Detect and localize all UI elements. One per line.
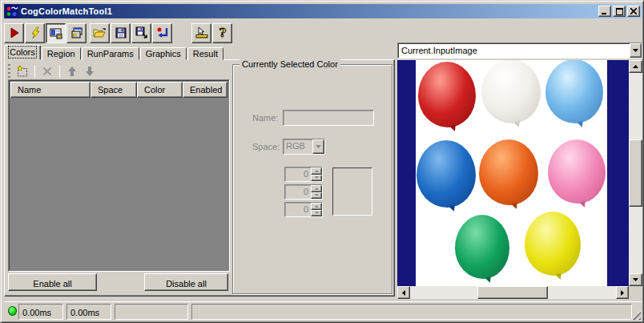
- save-icon: [115, 26, 127, 39]
- status-panel-time-2: 0.00ms: [66, 304, 111, 320]
- reset-button[interactable]: [152, 23, 172, 43]
- channel-0-value: 0: [285, 168, 311, 181]
- status-panel-time-1: 0.00ms: [18, 304, 63, 320]
- scroll-left-button[interactable]: [397, 286, 410, 299]
- space-label: Space:: [252, 142, 280, 151]
- color-list-body[interactable]: [10, 98, 227, 269]
- color-list[interactable]: Name Space Color Enabled: [8, 79, 230, 272]
- move-down-button: [81, 63, 99, 80]
- tab-colors[interactable]: Colors: [4, 45, 41, 60]
- column-header-enabled[interactable]: Enabled: [183, 82, 227, 98]
- run-button[interactable]: [4, 23, 24, 43]
- quick-run-button[interactable]: [25, 23, 45, 43]
- svg-text:?: ?: [219, 26, 226, 39]
- position-pointer-button[interactable]: [191, 23, 211, 43]
- channel-1-value: 0: [285, 185, 311, 199]
- tab-runparams[interactable]: RunParams: [82, 47, 139, 60]
- tab-region[interactable]: Region: [42, 47, 81, 60]
- delete-icon: [42, 67, 52, 76]
- toolbar-separator: [34, 65, 35, 78]
- lightning-icon: [29, 26, 42, 39]
- green-balloon: [455, 215, 509, 279]
- tab-strip: Colors Region RunParams Graphics Result: [6, 45, 224, 60]
- reset-icon: [156, 26, 169, 39]
- save-file-button[interactable]: [111, 23, 131, 43]
- image-viewport[interactable]: [397, 60, 629, 286]
- spin-down-button: [311, 210, 322, 217]
- light-blue-balloon: [545, 60, 603, 123]
- column-header-space[interactable]: Space: [91, 82, 137, 98]
- minimize-icon: [602, 9, 608, 14]
- close-button[interactable]: [627, 6, 640, 17]
- color-list-header: Name Space Color Enabled: [10, 82, 227, 98]
- channel-0-stepper: 0: [284, 167, 323, 182]
- yellow-balloon: [525, 212, 581, 276]
- pointer-ruler-icon: [195, 26, 208, 39]
- toolbar-grip[interactable]: [8, 64, 10, 79]
- vertical-scroll-thumb[interactable]: [629, 139, 642, 207]
- spin-down-button: [311, 192, 322, 200]
- save-image-button[interactable]: [131, 23, 151, 43]
- image-selector-combo[interactable]: Current.InputImage: [397, 42, 642, 59]
- color-list-toolbar: [6, 62, 99, 80]
- spin-up-button: [311, 168, 322, 175]
- help-button[interactable]: ?: [212, 23, 232, 43]
- enable-all-button[interactable]: Enable all: [8, 273, 97, 291]
- new-color-icon: [16, 65, 29, 78]
- vertical-scrollbar[interactable]: [629, 60, 642, 286]
- color-name-input: [283, 110, 374, 126]
- chevron-down-icon: [316, 145, 321, 148]
- horizontal-scroll-thumb[interactable]: [477, 286, 548, 299]
- tab-label: Result: [193, 49, 218, 59]
- maximize-icon: [616, 8, 623, 15]
- spin-down-icon: [315, 212, 319, 214]
- down-arrow-icon: [84, 66, 95, 77]
- scroll-up-icon: [633, 65, 638, 68]
- color-space-value: RGB: [284, 139, 312, 154]
- new-color-button[interactable]: [14, 63, 31, 80]
- scroll-left-icon: [402, 290, 405, 296]
- close-icon: [630, 8, 637, 14]
- channel-2-value: 0: [285, 203, 311, 216]
- title-bar[interactable]: CogColorMatchTool1: [4, 4, 642, 18]
- image-selector-value: Current.InputImage: [398, 43, 630, 58]
- floating-window-icon: [70, 26, 83, 39]
- tab-result[interactable]: Result: [187, 47, 223, 60]
- status-panel-3: [115, 304, 188, 320]
- tab-graphics[interactable]: Graphics: [140, 47, 187, 60]
- open-folder-icon: [93, 26, 107, 39]
- combo-dropdown-button: [312, 139, 324, 154]
- scroll-right-icon: [621, 290, 624, 296]
- spin-up-button: [311, 185, 322, 192]
- colors-tab-page: Name Space Color Enabled Enable all Disa…: [4, 59, 395, 297]
- blue-balloon: [417, 140, 476, 208]
- horizontal-scrollbar[interactable]: [397, 286, 629, 299]
- scroll-right-button[interactable]: [616, 286, 629, 299]
- scroll-down-button[interactable]: [629, 273, 642, 286]
- maximize-button[interactable]: [613, 6, 626, 17]
- column-header-name[interactable]: Name: [10, 82, 91, 98]
- red-balloon: [418, 62, 476, 127]
- image-pane-icon: [50, 26, 62, 39]
- color-swatch: [332, 168, 372, 216]
- column-header-color[interactable]: Color: [137, 82, 183, 98]
- scroll-down-icon: [633, 278, 638, 281]
- status-bar: 0.00ms 0.00ms: [4, 301, 642, 321]
- main-toolbar: ?: [4, 22, 642, 44]
- minimize-button[interactable]: [598, 6, 611, 17]
- currently-selected-color-group: Currently Selected Color Name: Space: RG…: [232, 64, 392, 294]
- status-led: [8, 306, 17, 316]
- chevron-down-icon: [633, 49, 638, 52]
- tab-label: RunParams: [87, 49, 134, 59]
- open-file-button[interactable]: [90, 23, 110, 43]
- tab-label: Colors: [10, 47, 35, 57]
- tab-label: Region: [47, 49, 75, 59]
- pink-balloon: [548, 139, 606, 204]
- combo-dropdown-button[interactable]: [630, 43, 642, 58]
- toolbar-separator: [59, 65, 60, 78]
- save-as-icon: [135, 26, 148, 39]
- disable-all-button[interactable]: Disable all: [144, 273, 228, 291]
- scroll-up-button[interactable]: [629, 60, 642, 73]
- toggle-floating-window-button[interactable]: [66, 23, 87, 43]
- toggle-image-display-button[interactable]: [46, 23, 66, 43]
